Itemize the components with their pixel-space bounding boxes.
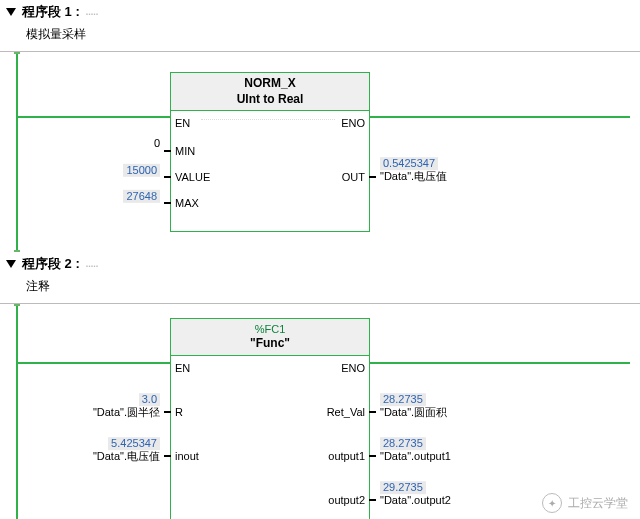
collapse-icon[interactable] [6, 260, 16, 268]
operand-min[interactable]: 0 [0, 137, 160, 150]
operand-out[interactable]: 0.5425347 "Data".电压值 [380, 156, 447, 184]
out1-value: 28.2735 [380, 437, 426, 450]
block-body: EN ENO MIN VALUE OUT MAX [171, 111, 369, 231]
out1-tag: "Data".output1 [380, 451, 451, 464]
left-rail [16, 52, 18, 252]
pin-en: EN [175, 362, 190, 374]
operand-out2[interactable]: 29.2735 "Data".output2 [380, 480, 451, 508]
pin-en: EN [175, 117, 190, 129]
pin-out1: output1 [328, 450, 365, 462]
out-tag: "Data".电压值 [380, 171, 447, 184]
inout-value: 5.425347 [108, 437, 160, 450]
trail-dots: ..... [86, 7, 99, 17]
pin-retval: Ret_Val [327, 406, 365, 418]
operand-retval[interactable]: 28.2735 "Data".圆面积 [380, 392, 447, 420]
operand-max[interactable]: 27648 [0, 189, 160, 203]
network-2-comment: 注释 [0, 276, 640, 304]
r-tag: "Data".圆半径 [0, 407, 160, 420]
block-body: EN ENO R Ret_Val inout output1 output2 [171, 356, 369, 519]
pin-value: VALUE [175, 171, 210, 183]
rung-1: NORM_X UInt to Real EN ENO MIN VALUE OUT… [0, 52, 640, 252]
pin-eno: ENO [341, 362, 365, 374]
network-2-title: 程序段 2 : [22, 255, 80, 273]
wire-en [18, 116, 170, 118]
pin-r: R [175, 406, 183, 418]
block-func[interactable]: %FC1 "Func" EN ENO R Ret_Val inout outpu… [170, 318, 370, 519]
max-value: 27648 [123, 190, 160, 203]
out2-tag: "Data".output2 [380, 495, 451, 508]
wechat-icon: ✦ [542, 493, 562, 513]
retval-tag: "Data".圆面积 [380, 407, 447, 420]
pin-min: MIN [175, 145, 195, 157]
out2-value: 29.2735 [380, 481, 426, 494]
min-value: 0 [0, 137, 160, 150]
network-2: 程序段 2 : ..... 注释 %FC1 "Func" EN ENO R Re… [0, 252, 640, 519]
block-subtitle-text: UInt to Real [175, 92, 365, 108]
block-norm-x[interactable]: NORM_X UInt to Real EN ENO MIN VALUE OUT… [170, 72, 370, 232]
operand-out1[interactable]: 28.2735 "Data".output1 [380, 436, 451, 464]
value-value: 15000 [123, 164, 160, 177]
network-2-header[interactable]: 程序段 2 : ..... [0, 252, 640, 276]
wire-eno [370, 116, 630, 118]
operand-r[interactable]: 3.0 "Data".圆半径 [0, 392, 160, 420]
block-fc-label: %FC1 [175, 322, 365, 336]
block-func-title: %FC1 "Func" [171, 319, 369, 356]
r-value: 3.0 [139, 393, 160, 406]
block-title-text: NORM_X [175, 76, 365, 92]
inout-tag: "Data".电压值 [0, 451, 160, 464]
network-1-title: 程序段 1 : [22, 3, 80, 21]
network-1: 程序段 1 : ..... 模拟量采样 NORM_X UInt to Real … [0, 0, 640, 252]
network-1-header[interactable]: 程序段 1 : ..... [0, 0, 640, 24]
collapse-icon[interactable] [6, 8, 16, 16]
operand-inout[interactable]: 5.425347 "Data".电压值 [0, 436, 160, 464]
rung-2: %FC1 "Func" EN ENO R Ret_Val inout outpu… [0, 304, 640, 519]
trail-dots: ..... [86, 259, 99, 269]
pin-inout: inout [175, 450, 199, 462]
watermark-text: 工控云学堂 [568, 495, 628, 512]
network-1-comment: 模拟量采样 [0, 24, 640, 52]
pin-out2: output2 [328, 494, 365, 506]
block-norm-x-title: NORM_X UInt to Real [171, 73, 369, 111]
pin-out: OUT [342, 171, 365, 183]
block-func-name: "Func" [175, 336, 365, 352]
pin-max: MAX [175, 197, 199, 209]
watermark: ✦ 工控云学堂 [542, 493, 628, 513]
operand-value[interactable]: 15000 [0, 163, 160, 177]
out-value: 0.5425347 [380, 157, 438, 170]
retval-value: 28.2735 [380, 393, 426, 406]
wire-en [18, 362, 170, 364]
pin-eno: ENO [341, 117, 365, 129]
wire-eno [370, 362, 630, 364]
